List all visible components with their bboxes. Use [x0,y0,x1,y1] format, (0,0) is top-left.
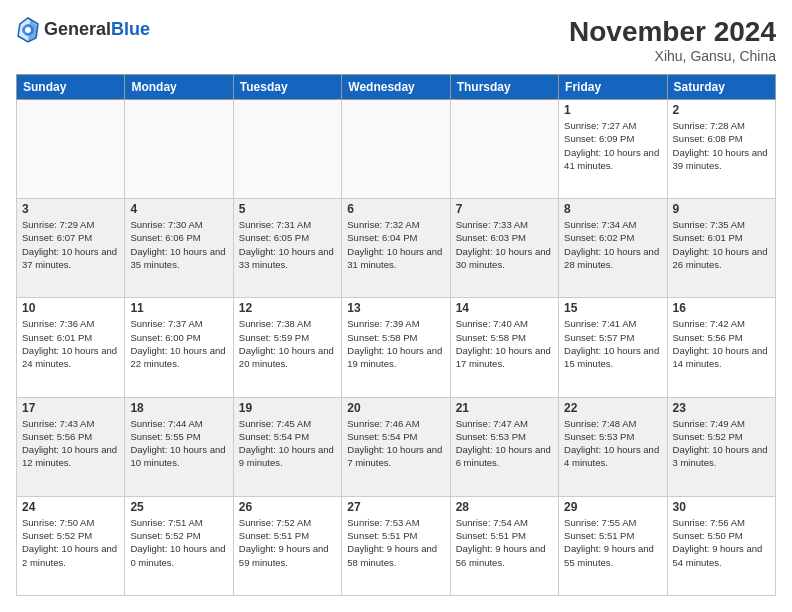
col-saturday: Saturday [667,75,775,100]
calendar-cell: 5 Sunrise: 7:31 AMSunset: 6:05 PMDayligh… [233,199,341,298]
logo-icon [16,16,40,44]
day-info: Sunrise: 7:50 AMSunset: 5:52 PMDaylight:… [22,516,119,569]
day-number: 29 [564,500,661,514]
day-info: Sunrise: 7:52 AMSunset: 5:51 PMDaylight:… [239,516,336,569]
calendar-week-1: 1 Sunrise: 7:27 AMSunset: 6:09 PMDayligh… [17,100,776,199]
day-number: 22 [564,401,661,415]
calendar-cell: 26 Sunrise: 7:52 AMSunset: 5:51 PMDaylig… [233,496,341,595]
day-info: Sunrise: 7:44 AMSunset: 5:55 PMDaylight:… [130,417,227,470]
calendar: Sunday Monday Tuesday Wednesday Thursday… [16,74,776,596]
day-number: 7 [456,202,553,216]
calendar-cell: 15 Sunrise: 7:41 AMSunset: 5:57 PMDaylig… [559,298,667,397]
calendar-cell: 13 Sunrise: 7:39 AMSunset: 5:58 PMDaylig… [342,298,450,397]
day-number: 8 [564,202,661,216]
day-info: Sunrise: 7:42 AMSunset: 5:56 PMDaylight:… [673,317,770,370]
day-number: 6 [347,202,444,216]
calendar-cell: 23 Sunrise: 7:49 AMSunset: 5:52 PMDaylig… [667,397,775,496]
logo-text: GeneralBlue [44,20,150,40]
day-number: 12 [239,301,336,315]
calendar-cell: 2 Sunrise: 7:28 AMSunset: 6:08 PMDayligh… [667,100,775,199]
calendar-cell [450,100,558,199]
day-info: Sunrise: 7:41 AMSunset: 5:57 PMDaylight:… [564,317,661,370]
calendar-cell: 6 Sunrise: 7:32 AMSunset: 6:04 PMDayligh… [342,199,450,298]
day-info: Sunrise: 7:37 AMSunset: 6:00 PMDaylight:… [130,317,227,370]
title-block: November 2024 Xihu, Gansu, China [569,16,776,64]
day-info: Sunrise: 7:33 AMSunset: 6:03 PMDaylight:… [456,218,553,271]
calendar-cell: 24 Sunrise: 7:50 AMSunset: 5:52 PMDaylig… [17,496,125,595]
calendar-cell: 27 Sunrise: 7:53 AMSunset: 5:51 PMDaylig… [342,496,450,595]
calendar-cell: 14 Sunrise: 7:40 AMSunset: 5:58 PMDaylig… [450,298,558,397]
calendar-cell [233,100,341,199]
day-info: Sunrise: 7:54 AMSunset: 5:51 PMDaylight:… [456,516,553,569]
day-number: 25 [130,500,227,514]
day-info: Sunrise: 7:35 AMSunset: 6:01 PMDaylight:… [673,218,770,271]
day-info: Sunrise: 7:55 AMSunset: 5:51 PMDaylight:… [564,516,661,569]
calendar-cell: 7 Sunrise: 7:33 AMSunset: 6:03 PMDayligh… [450,199,558,298]
day-number: 16 [673,301,770,315]
calendar-cell: 25 Sunrise: 7:51 AMSunset: 5:52 PMDaylig… [125,496,233,595]
day-number: 21 [456,401,553,415]
calendar-cell: 19 Sunrise: 7:45 AMSunset: 5:54 PMDaylig… [233,397,341,496]
calendar-cell: 4 Sunrise: 7:30 AMSunset: 6:06 PMDayligh… [125,199,233,298]
day-info: Sunrise: 7:53 AMSunset: 5:51 PMDaylight:… [347,516,444,569]
day-info: Sunrise: 7:38 AMSunset: 5:59 PMDaylight:… [239,317,336,370]
calendar-cell: 30 Sunrise: 7:56 AMSunset: 5:50 PMDaylig… [667,496,775,595]
day-number: 27 [347,500,444,514]
calendar-cell: 17 Sunrise: 7:43 AMSunset: 5:56 PMDaylig… [17,397,125,496]
col-tuesday: Tuesday [233,75,341,100]
day-info: Sunrise: 7:56 AMSunset: 5:50 PMDaylight:… [673,516,770,569]
col-monday: Monday [125,75,233,100]
day-info: Sunrise: 7:29 AMSunset: 6:07 PMDaylight:… [22,218,119,271]
calendar-cell: 21 Sunrise: 7:47 AMSunset: 5:53 PMDaylig… [450,397,558,496]
calendar-cell: 11 Sunrise: 7:37 AMSunset: 6:00 PMDaylig… [125,298,233,397]
header: GeneralBlue November 2024 Xihu, Gansu, C… [16,16,776,64]
day-number: 13 [347,301,444,315]
day-number: 5 [239,202,336,216]
calendar-cell [342,100,450,199]
day-info: Sunrise: 7:30 AMSunset: 6:06 PMDaylight:… [130,218,227,271]
day-info: Sunrise: 7:45 AMSunset: 5:54 PMDaylight:… [239,417,336,470]
calendar-cell: 22 Sunrise: 7:48 AMSunset: 5:53 PMDaylig… [559,397,667,496]
day-info: Sunrise: 7:27 AMSunset: 6:09 PMDaylight:… [564,119,661,172]
day-number: 19 [239,401,336,415]
calendar-week-5: 24 Sunrise: 7:50 AMSunset: 5:52 PMDaylig… [17,496,776,595]
day-number: 23 [673,401,770,415]
calendar-cell [125,100,233,199]
day-number: 28 [456,500,553,514]
day-number: 15 [564,301,661,315]
logo-blue: Blue [111,19,150,39]
day-number: 14 [456,301,553,315]
day-info: Sunrise: 7:49 AMSunset: 5:52 PMDaylight:… [673,417,770,470]
day-number: 3 [22,202,119,216]
day-number: 26 [239,500,336,514]
day-number: 18 [130,401,227,415]
day-number: 30 [673,500,770,514]
day-number: 17 [22,401,119,415]
day-number: 9 [673,202,770,216]
day-info: Sunrise: 7:32 AMSunset: 6:04 PMDaylight:… [347,218,444,271]
col-sunday: Sunday [17,75,125,100]
day-info: Sunrise: 7:40 AMSunset: 5:58 PMDaylight:… [456,317,553,370]
logo-general: General [44,19,111,39]
page: GeneralBlue November 2024 Xihu, Gansu, C… [0,0,792,612]
day-info: Sunrise: 7:48 AMSunset: 5:53 PMDaylight:… [564,417,661,470]
col-friday: Friday [559,75,667,100]
day-number: 1 [564,103,661,117]
calendar-cell: 10 Sunrise: 7:36 AMSunset: 6:01 PMDaylig… [17,298,125,397]
calendar-week-3: 10 Sunrise: 7:36 AMSunset: 6:01 PMDaylig… [17,298,776,397]
calendar-cell: 29 Sunrise: 7:55 AMSunset: 5:51 PMDaylig… [559,496,667,595]
svg-point-3 [25,27,31,33]
day-number: 11 [130,301,227,315]
col-thursday: Thursday [450,75,558,100]
calendar-cell: 12 Sunrise: 7:38 AMSunset: 5:59 PMDaylig… [233,298,341,397]
calendar-cell: 1 Sunrise: 7:27 AMSunset: 6:09 PMDayligh… [559,100,667,199]
calendar-week-2: 3 Sunrise: 7:29 AMSunset: 6:07 PMDayligh… [17,199,776,298]
day-number: 2 [673,103,770,117]
calendar-header-row: Sunday Monday Tuesday Wednesday Thursday… [17,75,776,100]
day-number: 4 [130,202,227,216]
day-number: 24 [22,500,119,514]
calendar-cell: 16 Sunrise: 7:42 AMSunset: 5:56 PMDaylig… [667,298,775,397]
month-title: November 2024 [569,16,776,48]
calendar-cell: 8 Sunrise: 7:34 AMSunset: 6:02 PMDayligh… [559,199,667,298]
day-number: 20 [347,401,444,415]
